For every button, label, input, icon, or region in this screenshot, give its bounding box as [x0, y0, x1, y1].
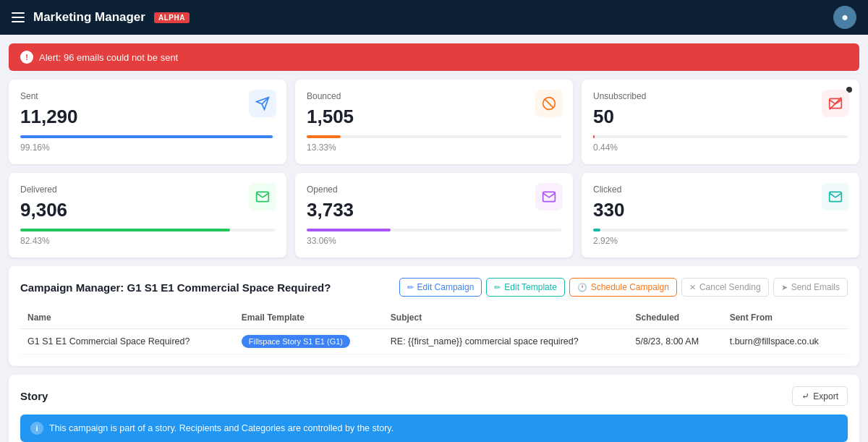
story-header: Story ⤶ Export [20, 386, 848, 406]
action-btn-edit-campaign[interactable]: ✏Edit Campaign [399, 278, 482, 297]
stat-value: 9,306 [20, 199, 275, 221]
progress-bar-fill [307, 229, 391, 231]
stat-card-opened: Opened 3,733 33.06% [295, 173, 573, 258]
stat-percent: 33.06% [307, 236, 561, 246]
campaign-table: NameEmail TemplateSubjectScheduledSent F… [20, 307, 848, 354]
campaign-actions: ✏Edit Campaign✏Edit Template🕐Schedule Ca… [399, 278, 848, 297]
table-cell-subject: RE: {{first_name}} commercial space requ… [383, 329, 629, 354]
stat-icon [822, 90, 849, 117]
stat-percent: 82.43% [20, 236, 275, 246]
stat-card-sent: Sent 11,290 99.16% [9, 80, 286, 164]
action-icon: ✏ [494, 283, 501, 292]
stat-label: Unsubscribed [593, 91, 848, 101]
progress-bar-fill [20, 135, 273, 138]
stat-icon [249, 183, 276, 211]
table-header-name: Name [20, 307, 234, 329]
action-icon: 🕐 [577, 283, 587, 292]
stat-label: Clicked [593, 184, 848, 195]
campaign-section: Campaign Manager: G1 S1 E1 Commercial Sp… [9, 266, 859, 366]
stat-value: 3,733 [307, 199, 561, 221]
progress-bar-fill [593, 135, 595, 138]
user-avatar[interactable]: ● [833, 6, 856, 29]
table-cell-scheduled: 5/8/23, 8:00 AM [629, 329, 723, 354]
campaign-header: Campaign Manager: G1 S1 E1 Commercial Sp… [20, 278, 848, 297]
progress-bar-fill [307, 135, 341, 138]
table-header-sent-from: Sent From [723, 307, 848, 329]
action-label: Edit Campaign [417, 282, 475, 292]
progress-bar-wrap [20, 135, 275, 138]
alert-icon: ! [20, 51, 33, 64]
stat-percent: 13.33% [307, 143, 561, 153]
action-icon: ➤ [781, 283, 788, 292]
stat-percent: 0.44% [593, 143, 848, 153]
stat-value: 11,290 [20, 106, 275, 128]
stat-icon [249, 90, 276, 117]
action-btn-send-emails[interactable]: ➤Send Emails [773, 278, 848, 297]
action-label: Schedule Campaign [591, 282, 669, 292]
stat-value: 50 [593, 106, 848, 128]
progress-bar-fill [593, 229, 600, 231]
stat-label: Opened [307, 184, 561, 195]
table-body: G1 S1 E1 Commercial Space Required? Fill… [20, 329, 848, 354]
table-header-row: NameEmail TemplateSubjectScheduledSent F… [20, 307, 848, 329]
template-tag: Fillspace Story S1 E1 (G1) [242, 335, 350, 348]
table-header-scheduled: Scheduled [629, 307, 723, 329]
table-row: G1 S1 E1 Commercial Space Required? Fill… [20, 329, 848, 354]
export-button[interactable]: ⤶ Export [792, 386, 848, 406]
table-cell-name: G1 S1 E1 Commercial Space Required? [20, 329, 234, 354]
stat-icon [535, 90, 563, 117]
stat-icon [535, 183, 563, 211]
action-icon: ✕ [689, 283, 696, 292]
table-header-subject: Subject [383, 307, 629, 329]
progress-bar-wrap [593, 135, 848, 138]
action-label: Cancel Sending [699, 282, 761, 292]
progress-bar-wrap [593, 229, 848, 231]
stat-value: 1,505 [307, 106, 561, 128]
alpha-badge: ALPHA [154, 12, 190, 23]
progress-bar-wrap [307, 229, 561, 231]
action-btn-schedule-campaign[interactable]: 🕐Schedule Campaign [569, 278, 677, 297]
app-title: Marketing Manager [33, 10, 145, 25]
stat-label: Delivered [20, 184, 275, 195]
story-info-bar: i This campaign is part of a story. Reci… [20, 415, 848, 442]
progress-bar-fill [20, 229, 230, 231]
campaign-title: Campaign Manager: G1 S1 E1 Commercial Sp… [20, 281, 331, 294]
stat-value: 330 [593, 199, 848, 221]
app-header: Marketing Manager ALPHA ● [0, 0, 868, 35]
stat-card-bounced: Bounced 1,505 13.33% [295, 80, 573, 164]
stat-percent: 99.16% [20, 143, 275, 153]
export-icon: ⤶ [801, 391, 809, 401]
stat-card-clicked: Clicked 330 2.92% [582, 173, 859, 258]
stat-card-unsubscribed: Unsubscribed 50 0.44% [582, 80, 859, 164]
svg-line-4 [830, 98, 842, 110]
table-cell-sent-from: t.burn@fillspace.co.uk [723, 329, 848, 354]
stat-card-delivered: Delivered 9,306 82.43% [9, 173, 286, 258]
story-section: Story ⤶ Export i This campaign is part o… [9, 375, 859, 442]
action-label: Edit Template [504, 282, 557, 292]
table-header-email-template: Email Template [234, 307, 383, 329]
stat-label: Bounced [307, 91, 561, 101]
action-icon: ✏ [407, 283, 414, 292]
stat-icon [822, 183, 849, 211]
export-label: Export [813, 391, 838, 401]
story-title: Story [20, 390, 48, 402]
progress-bar-wrap [307, 135, 561, 138]
stat-percent: 2.92% [593, 236, 848, 246]
stat-label: Sent [20, 91, 275, 101]
menu-button[interactable] [12, 12, 25, 22]
action-btn-cancel-sending[interactable]: ✕Cancel Sending [681, 278, 769, 297]
stats-grid: Sent 11,290 99.16% Bounced 1,505 13.33% … [0, 71, 868, 266]
alert-bar: ! Alert: 96 emails could not be sent [9, 43, 859, 71]
action-label: Send Emails [791, 282, 840, 292]
story-info-message: This campaign is part of a story. Recipi… [49, 423, 393, 433]
alert-message: Alert: 96 emails could not be sent [39, 52, 178, 63]
progress-bar-wrap [20, 229, 275, 231]
info-icon: i [30, 422, 43, 435]
table-cell-template: Fillspace Story S1 E1 (G1) [234, 329, 383, 354]
action-btn-edit-template[interactable]: ✏Edit Template [486, 278, 565, 297]
svg-line-3 [545, 99, 553, 108]
header-left: Marketing Manager ALPHA [12, 10, 190, 25]
